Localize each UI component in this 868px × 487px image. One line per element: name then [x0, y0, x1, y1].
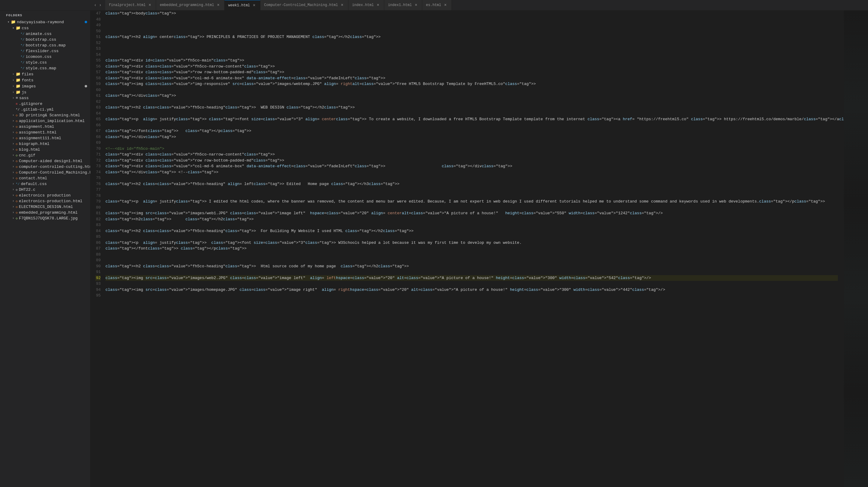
code-line[interactable]	[105, 222, 838, 228]
tab-close-icon[interactable]: ×	[216, 3, 221, 7]
code-line[interactable]: class="tag"><img class=class="value">"im…	[105, 81, 838, 87]
file-dht22[interactable]: ◇ DHT22.c	[0, 187, 90, 192]
file-animate-css[interactable]: */ animate.css	[0, 31, 90, 37]
file-blog[interactable]: ◇ blog.html	[0, 147, 90, 152]
code-line[interactable]: class="tag"><h2 align= centerclass="tag"…	[105, 34, 838, 40]
code-line[interactable]: class="tag"><p align= justifyclass="tag"…	[105, 199, 838, 205]
root-folder[interactable]: 📁 ndacyayisaba-raymond	[0, 19, 90, 25]
code-line[interactable]: class="tag"></divclass="tag">>	[105, 134, 838, 140]
code-line[interactable]: class="tag"><img src=class="value">"imag…	[105, 275, 838, 281]
code-line[interactable]: class="tag"><img src=class="value">"imag…	[105, 287, 838, 293]
code-line[interactable]	[105, 28, 838, 34]
file-icomoon-css[interactable]: */ icomoon.css	[0, 54, 90, 60]
code-line[interactable]	[105, 22, 838, 28]
code-line[interactable]: class="tag"><h2class="tag">> class="tag"…	[105, 216, 838, 222]
file-large-jpg[interactable]: ◇ F7QBN1SJ7UQSK78.LARGE.jpg	[0, 215, 90, 221]
code-line[interactable]	[105, 40, 838, 46]
code-editor[interactable]: class="tag"><bodyclass="tag">> class="ta…	[105, 10, 844, 487]
code-line[interactable]	[105, 187, 838, 193]
code-line[interactable]	[105, 52, 838, 58]
file-style-css-map[interactable]: */ style.css.map	[0, 65, 90, 71]
tab-close-icon[interactable]: ×	[375, 3, 380, 7]
code-line[interactable]: class="tag"><bodyclass="tag">>	[105, 10, 838, 17]
code-line[interactable]: class="tag"><img src=class="value">"imag…	[105, 210, 838, 216]
folder-sass[interactable]: ≡ sass	[0, 95, 90, 101]
code-line[interactable]: class="tag"></fontclass="tag">> class="t…	[105, 246, 838, 252]
file-biograph[interactable]: ◇ biograph.html	[0, 141, 90, 147]
code-container[interactable]: 4748495051525354555657585960616263646566…	[90, 10, 844, 487]
code-line[interactable]	[105, 87, 838, 93]
code-line[interactable]: <!—-<div id="fh5co-main">	[105, 146, 838, 152]
code-line[interactable]	[105, 293, 838, 299]
file-embedded-programming[interactable]: ◇ embedded_programming.html	[0, 210, 90, 215]
tab-close-icon[interactable]: ×	[252, 3, 256, 8]
code-line[interactable]	[105, 205, 838, 211]
code-line[interactable]: class="tag"><div class=class="value">"ro…	[105, 158, 838, 164]
code-line[interactable]	[105, 140, 838, 146]
folder-fonts[interactable]: 📁 fonts	[0, 77, 90, 83]
tab-es[interactable]: es.html×	[422, 0, 452, 10]
code-line[interactable]	[105, 252, 838, 258]
code-line[interactable]: class="tag"></divclass="tag">>	[105, 93, 838, 99]
code-line[interactable]: class="tag"><h2 class=class="value">"fh5…	[105, 228, 838, 234]
code-line[interactable]: class="tag"><div class=class="value">"fh…	[105, 64, 838, 70]
code-line[interactable]	[105, 269, 838, 275]
code-line[interactable]: class="tag"><div class=class="value">"co…	[105, 75, 838, 81]
file-electronics-production-folder[interactable]: ◇ electronics production	[0, 192, 90, 198]
code-line[interactable]	[105, 257, 838, 264]
code-line[interactable]	[105, 17, 838, 23]
code-line[interactable]: class="tag"></fontclass="tag">> class="t…	[105, 128, 838, 134]
code-line[interactable]: class="tag"><div class=class="value">"fh…	[105, 152, 838, 158]
file-assignment[interactable]: ◇ assignment.html	[0, 124, 90, 129]
code-line[interactable]: class="tag"><div class=class="value">"co…	[105, 163, 838, 170]
file-electronics-design[interactable]: ◇ ELECTRONICS_DESIGN.html	[0, 204, 90, 210]
tab-close-icon[interactable]: ×	[147, 3, 152, 7]
code-line[interactable]: class="tag"></divclass="tag">> <!--class…	[105, 170, 838, 175]
file-3d-printing[interactable]: ◇ 3D printing& Scanning.html	[0, 113, 90, 118]
folder-files[interactable]: 📁 files	[0, 71, 90, 77]
code-line[interactable]: class="tag"><div id=class="value">"fh5co…	[105, 58, 838, 64]
file-gitlab-ci[interactable]: */ .gitlab-ci.yml	[0, 107, 90, 113]
nav-arrows[interactable]: ‹ ›	[90, 0, 105, 10]
tab-close-icon[interactable]: ×	[340, 3, 344, 7]
file-computer-controlled-machining[interactable]: ◇ Computer-Controlled_Machining.html	[0, 170, 90, 175]
code-line[interactable]	[105, 175, 838, 181]
tab-index[interactable]: index.html×	[348, 0, 384, 10]
code-line[interactable]	[105, 193, 838, 199]
code-line[interactable]: class="tag"><h2 class=class="value">"fh5…	[105, 104, 838, 111]
nav-back-icon[interactable]: ‹	[93, 2, 98, 8]
code-line[interactable]	[105, 281, 838, 287]
code-line[interactable]	[105, 111, 838, 117]
file-computer-aided-design[interactable]: ◇ Computer-aided design1.html	[0, 158, 90, 164]
code-line[interactable]	[105, 46, 838, 52]
code-line[interactable]	[105, 99, 838, 105]
file-assignment1[interactable]: ◇ assignment1.html	[0, 129, 90, 135]
code-line[interactable]	[105, 122, 838, 128]
code-line[interactable]: class="tag"><h2 class=class="value">"fh5…	[105, 264, 838, 269]
code-line[interactable]: class="tag"><p align= justifyclass="tag"…	[105, 116, 838, 122]
tab-close-icon[interactable]: ×	[443, 3, 448, 7]
file-computer-controlled-cutting[interactable]: ◇ computer-controlled-cutting.html	[0, 164, 90, 170]
code-line[interactable]	[105, 234, 838, 240]
file-electronics-production-html[interactable]: ◇ electronics-production.html	[0, 198, 90, 204]
file-application-implication[interactable]: ◇ application_implication.html	[0, 118, 90, 124]
folder-js[interactable]: 📁 js	[0, 89, 90, 95]
tab-embedded[interactable]: embedded_programming.html×	[156, 0, 224, 10]
folder-images[interactable]: 📁 images	[0, 83, 90, 89]
file-contact[interactable]: ◇ contact.html	[0, 175, 90, 181]
file-gitignore[interactable]: ≡ .gitignore	[0, 101, 90, 107]
tab-machining[interactable]: Computer-Controlled_Machining.html×	[260, 0, 348, 10]
file-assignment111[interactable]: ◇ assignment111.html	[0, 135, 90, 141]
file-default-css[interactable]: */ default.css	[0, 181, 90, 187]
tab-finalproject[interactable]: finalproject.html×	[105, 0, 156, 10]
nav-forward-icon[interactable]: ›	[98, 2, 102, 8]
file-flexslider-css[interactable]: */ flexslider.css	[0, 48, 90, 54]
code-line[interactable]: class="tag"><h2 class=class="value">"fh5…	[105, 181, 838, 187]
file-bootstrap-css[interactable]: */ bootstrap.css	[0, 37, 90, 42]
file-cnc-gif[interactable]: ◇ cnc.gif	[0, 152, 90, 158]
tab-index1[interactable]: index1.html×	[384, 0, 422, 10]
tab-week1[interactable]: week1.html×	[224, 0, 260, 10]
tab-close-icon[interactable]: ×	[413, 3, 418, 7]
file-bootstrap-css-map[interactable]: */ bootstrap.css.map	[0, 42, 90, 48]
file-style-css[interactable]: */ style.css	[0, 60, 90, 65]
